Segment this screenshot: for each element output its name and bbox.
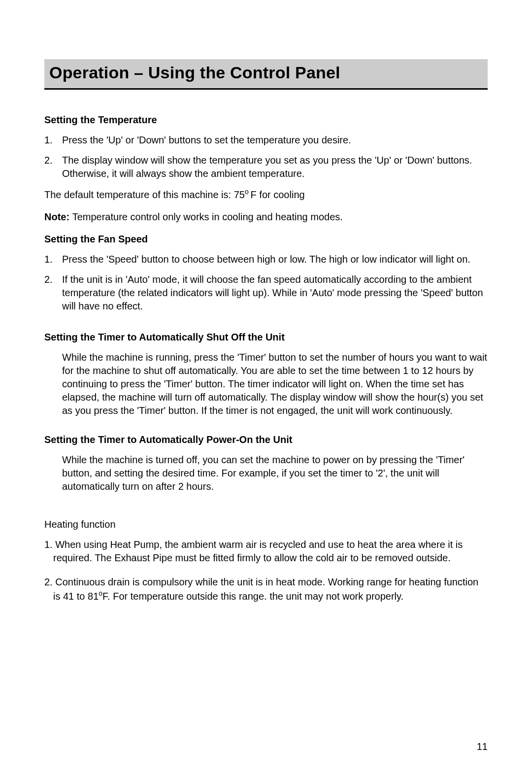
degree-symbol: o: [99, 589, 102, 597]
list-setting-fan-speed: 1. Press the 'Speed' button to choose be…: [44, 253, 488, 313]
list-text: If the unit is in 'Auto' mode, it will c…: [62, 273, 488, 313]
body-text: While the machine is turned off, you can…: [62, 453, 488, 493]
body-text: While the machine is running, press the …: [62, 351, 488, 417]
default-temp-prefix: The default temperature of this machine …: [44, 189, 245, 200]
list-item: 2. The display window will show the temp…: [44, 154, 488, 180]
list-number: 1.: [44, 253, 62, 266]
heading-setting-fan-speed: Setting the Fan Speed: [44, 234, 488, 245]
list-setting-temperature: 1. Press the 'Up' or 'Down' buttons to s…: [44, 134, 488, 180]
list-item: 2. If the unit is in 'Auto' mode, it wil…: [44, 273, 488, 313]
note-temperature-control: Note: Temperature control only works in …: [44, 211, 488, 223]
default-temperature-line: The default temperature of this machine …: [44, 187, 488, 202]
page-title: Operation – Using the Control Panel: [49, 63, 483, 82]
heading-heating-function: Heating function: [44, 518, 488, 531]
heating-item-2: 2. Continuous drain is compulsory while …: [44, 576, 488, 603]
paragraph-timer-power-on: While the machine is turned off, you can…: [44, 453, 488, 493]
default-temp-suffix: F for cooling: [251, 189, 305, 200]
list-text: Press the 'Speed' button to choose betwe…: [62, 253, 488, 266]
page-number: 11: [477, 741, 488, 752]
list-item: 1. Press the 'Speed' button to choose be…: [44, 253, 488, 266]
degree-symbol: o: [245, 188, 251, 196]
list-number: 2.: [44, 154, 62, 180]
heading-timer-shut-off: Setting the Timer to Automatically Shut …: [44, 332, 488, 343]
list-number: 2.: [44, 273, 62, 313]
list-item: 1. Press the 'Up' or 'Down' buttons to s…: [44, 134, 488, 147]
list-text: Press the 'Up' or 'Down' buttons to set …: [62, 134, 488, 147]
heating-item-2-suffix: F. For temperature outside this range. t…: [102, 590, 403, 601]
note-text: Temperature control only works in coolin…: [72, 211, 343, 222]
heading-setting-temperature: Setting the Temperature: [44, 114, 488, 126]
list-number: 1.: [44, 134, 62, 147]
paragraph-timer-shut-off: While the machine is running, press the …: [44, 351, 488, 417]
section-title-bar: Operation – Using the Control Panel: [44, 59, 488, 90]
heating-item-1: 1. When using Heat Pump, the ambient war…: [44, 538, 488, 565]
document-page: Operation – Using the Control Panel Sett…: [0, 0, 532, 781]
note-label: Note:: [44, 211, 72, 222]
list-text: The display window will show the tempera…: [62, 154, 488, 180]
heading-timer-power-on: Setting the Timer to Automatically Power…: [44, 434, 488, 445]
